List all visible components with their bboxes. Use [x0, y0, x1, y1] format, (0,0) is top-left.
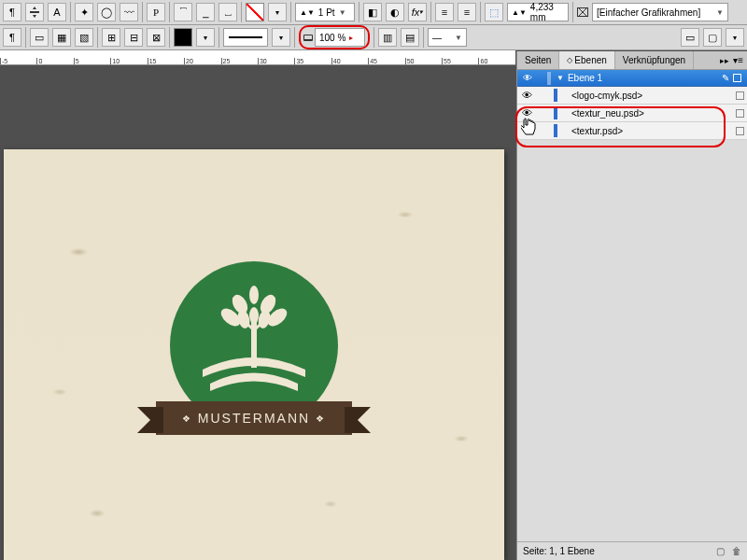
layer-item-label: <textur.psd>	[562, 126, 732, 136]
panel-menu-icon[interactable]: ▾≡	[733, 55, 743, 65]
sel-icon-3[interactable]: ▧	[75, 28, 93, 47]
divider	[423, 27, 424, 48]
stroke-none-swatch[interactable]	[246, 3, 264, 21]
tool-a-small-icon[interactable]: A	[48, 3, 66, 21]
align-bottom-icon[interactable]: ⎵	[218, 3, 237, 21]
para-icon[interactable]: ¶	[3, 28, 21, 47]
divider	[218, 27, 219, 48]
stroke-weight-value: 1 Pt	[318, 7, 335, 18]
tool-text-controls-icon[interactable]	[25, 3, 44, 21]
panel-footer-text: Seite: 1, 1 Ebene	[523, 546, 595, 556]
document-page[interactable]: ❖ MUSTERMANN ❖	[4, 149, 504, 560]
align-top-icon[interactable]: ⎴	[174, 3, 192, 21]
frame-style-dropdown[interactable]: [Einfacher Grafikrahmen] ▼	[592, 3, 728, 21]
tool-type-p-icon[interactable]: P	[147, 3, 165, 21]
divider	[169, 2, 170, 22]
divider	[142, 2, 143, 22]
crop-frame-icon[interactable]: ⬚	[485, 3, 503, 21]
divider	[572, 2, 573, 22]
divider	[294, 27, 295, 48]
dimension-value: 4,233 mm	[530, 2, 564, 22]
arrow-down-icon[interactable]: ▾	[268, 3, 287, 21]
dock-icon-2[interactable]: ▢	[703, 28, 722, 47]
target-square[interactable]	[733, 74, 741, 82]
sel-icon-2[interactable]: ▦	[52, 28, 71, 47]
ruler-horizontal: -5 0 5 10 15 20 25 30 35 40 45 50 55 60	[0, 50, 515, 65]
new-layer-icon[interactable]: ▢	[716, 546, 725, 556]
dock-icon-1[interactable]: ▭	[681, 28, 699, 47]
banner-ornament-right: ❖	[316, 413, 326, 424]
tool-anchor-icon[interactable]: ✦	[75, 3, 93, 21]
svg-marker-2	[33, 15, 36, 18]
divider	[359, 2, 359, 22]
layer-item-row[interactable]: 👁 <textur_neu.psd>	[517, 105, 747, 122]
dist-icon-1[interactable]: ⊞	[102, 28, 120, 47]
toolbar-row-2: ¶ ▭ ▦ ▧ ⊞ ⊟ ⊠ ▾ ▾ 100 % ▸ ▥ ▤ —▼ ▭ ▢ ▾	[0, 25, 747, 50]
target-square[interactable]	[736, 109, 744, 118]
tab-ebenen[interactable]: ◇Ebenen	[559, 51, 614, 69]
tab-verknuepfungen[interactable]: Verknüpfungen	[615, 51, 694, 69]
layer-item-label: <logo-cmyk.psd>	[562, 91, 732, 101]
align-center-v-icon[interactable]: ⎯	[196, 3, 215, 21]
tool-ellipse-icon[interactable]: ◯	[97, 3, 116, 21]
tool-paragraph-icon[interactable]: ¶	[3, 3, 21, 21]
dimension-field[interactable]: ▲▼ 4,233 mm	[507, 3, 569, 21]
layer-item-row[interactable]: 👁 <logo-cmyk.psd>	[517, 87, 747, 105]
frame-style-value: [Einfacher Grafikrahmen]	[597, 7, 700, 18]
layer-item-row[interactable]: <textur.psd>	[517, 122, 747, 140]
divider	[169, 27, 170, 48]
layer-header[interactable]: 👁 ▼ Ebene 1 ✎	[517, 70, 747, 87]
fx-button[interactable]: fx▾	[408, 3, 427, 21]
logo-group: ❖ MUSTERMANN ❖	[156, 261, 352, 435]
align-cols-icon[interactable]: ▥	[378, 28, 397, 47]
canvas-area[interactable]: ❖ MUSTERMANN ❖	[0, 65, 515, 560]
divider	[241, 2, 242, 22]
shadow-icon[interactable]: ◧	[363, 3, 382, 21]
line-style-preview[interactable]	[223, 28, 268, 47]
stroke-weight-dropdown[interactable]: ▲▼ 1 Pt ▼	[295, 3, 355, 21]
layer-item-label: <textur_neu.psd>	[562, 108, 732, 119]
divider	[290, 2, 291, 22]
zoom-dropdown[interactable]: 100 % ▸	[315, 28, 365, 47]
svg-rect-11	[251, 314, 257, 351]
item-swatch	[554, 124, 557, 137]
panels-dock: Seiten ◇Ebenen Verknüpfungen ▸▸ ▾≡ 👁 ▼ E…	[516, 51, 747, 560]
divider	[480, 2, 481, 22]
fill-black-swatch[interactable]	[174, 28, 192, 47]
zoom-value: 100 %	[319, 33, 345, 43]
tool-curve-icon[interactable]: 〰	[120, 3, 138, 21]
toolbar-row-1: ¶ A ✦ ◯ 〰 P ⎴ ⎯ ⎵ ▾ ▲▼ 1 Pt ▼ ◧ ◐ fx▾ ≡ …	[0, 0, 747, 25]
collapse-icon[interactable]: ▸▸	[720, 56, 729, 65]
dist-icon-3[interactable]: ⊠	[147, 28, 165, 47]
banner-text: MUSTERMANN	[198, 411, 310, 426]
cap-dropdown[interactable]: —▼	[428, 28, 467, 47]
panel-tabs: Seiten ◇Ebenen Verknüpfungen ▸▸ ▾≡	[517, 51, 747, 70]
tab-seiten[interactable]: Seiten	[517, 51, 559, 69]
svg-rect-0	[30, 11, 39, 13]
align-rows-icon[interactable]: ▤	[401, 28, 419, 47]
disclosure-icon[interactable]: ▼	[557, 74, 564, 82]
arrow-down-icon[interactable]: ▾	[272, 28, 290, 47]
divider	[374, 27, 374, 48]
wrap-left-icon[interactable]: ≡	[435, 3, 454, 21]
wrap-right-icon[interactable]: ≡	[458, 3, 476, 21]
divider	[25, 27, 26, 48]
svg-point-3	[249, 286, 259, 304]
pen-icon[interactable]: ✎	[722, 73, 729, 83]
cursor-pointer-icon	[521, 118, 536, 136]
target-square[interactable]	[736, 127, 744, 135]
panel-tab-controls: ▸▸ ▾≡	[716, 51, 747, 69]
display-icon	[303, 35, 313, 41]
visibility-toggle[interactable]: 👁	[517, 90, 536, 101]
eye-icon[interactable]: 👁	[523, 73, 536, 83]
divider	[70, 2, 71, 22]
feather-icon[interactable]: ◐	[386, 3, 404, 21]
arrow-down-icon[interactable]: ▾	[726, 28, 744, 47]
target-square[interactable]	[736, 91, 744, 100]
dist-icon-2[interactable]: ⊟	[124, 28, 143, 47]
item-swatch	[554, 106, 557, 119]
arrow-down-icon[interactable]: ▾	[196, 28, 215, 47]
sel-icon-1[interactable]: ▭	[30, 28, 49, 47]
logo-banner: ❖ MUSTERMANN ❖	[156, 401, 352, 435]
delete-layer-icon[interactable]: 🗑	[732, 546, 741, 556]
